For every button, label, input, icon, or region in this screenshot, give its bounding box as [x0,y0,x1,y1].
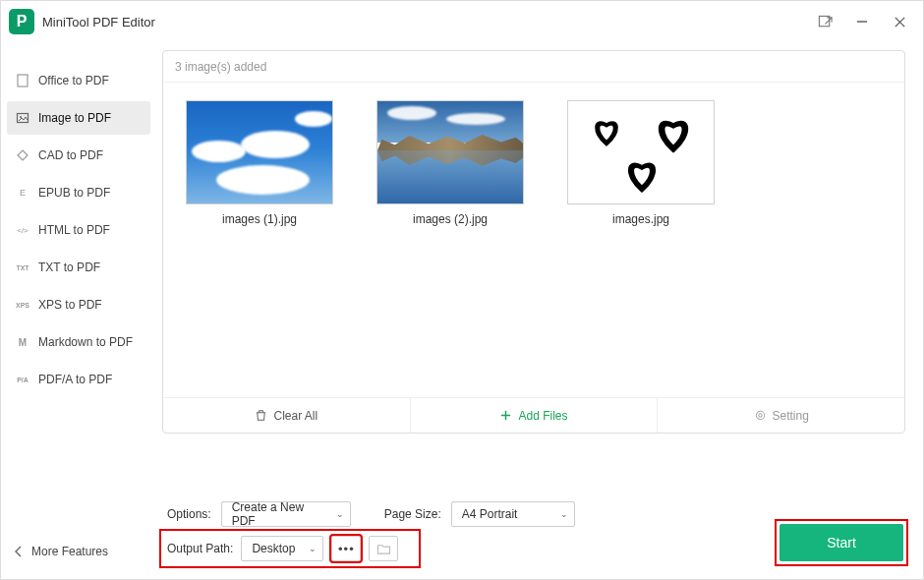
sidebar-item-label: Office to PDF [38,74,109,87]
file-name: images (2).jpg [372,212,529,226]
sidebar-item-label: XPS to PDF [38,298,102,312]
file-item[interactable]: images.jpg [562,100,720,379]
svg-rect-4 [18,75,28,87]
chevron-down-icon: ⌄ [336,509,344,519]
file-panel: 3 image(s) added images (1).jpg [162,50,905,434]
output-path-label: Output Path: [167,542,233,555]
setting-button[interactable]: Setting [658,398,904,433]
markdown-icon: M [15,334,30,350]
file-thumbnail [376,100,524,204]
clear-all-button[interactable]: Clear All [163,398,411,433]
options-select[interactable]: Create a New PDF ⌄ [221,501,351,527]
more-features-link[interactable]: More Features [14,545,108,558]
plus-icon [499,409,512,422]
sidebar-item-xps[interactable]: XPS XPS to PDF [7,288,150,321]
sidebar-item-label: Markdown to PDF [38,335,133,349]
page-size-value: A4 Portrait [462,507,552,521]
svg-point-10 [758,414,761,417]
epub-icon: E [15,185,30,201]
thumbnail-grid: images (1).jpg images (2).jpg [163,83,904,397]
browse-path-button[interactable]: ••• [331,536,361,561]
app-logo: P [9,9,34,34]
output-path-select[interactable]: Desktop ⌄ [241,536,323,561]
sidebar-item-image[interactable]: Image to PDF [7,101,150,135]
file-thumbnail [186,100,333,204]
start-label: Start [827,535,856,551]
image-icon [15,110,30,126]
sidebar-item-label: HTML to PDF [38,223,110,237]
html-icon: </> [15,222,30,238]
open-external-icon[interactable] [817,14,833,29]
chevron-left-icon [14,546,24,557]
file-name: images.jpg [562,212,720,226]
sidebar-item-label: Image to PDF [38,111,111,125]
file-item[interactable]: images (2).jpg [372,100,529,379]
sidebar-item-markdown[interactable]: M Markdown to PDF [7,325,150,359]
office-icon [15,73,30,88]
sidebar-item-label: PDF/A to PDF [38,373,112,386]
more-icon: ••• [338,543,355,555]
file-name: images (1).jpg [181,212,338,226]
svg-point-9 [756,411,764,419]
trash-icon [255,409,267,422]
sidebar-item-txt[interactable]: TXT TXT to PDF [7,251,150,284]
options-value: Create a New PDF [232,500,328,528]
options-label: Options: [167,507,211,521]
app-title: MiniTool PDF Editor [42,15,817,29]
add-files-label: Add Files [518,409,567,423]
chevron-down-icon: ⌄ [560,509,568,519]
sidebar-item-label: EPUB to PDF [38,186,110,200]
output-path-group: Output Path: Desktop ⌄ ••• [161,531,419,566]
add-files-button[interactable]: Add Files [411,398,659,433]
close-icon[interactable] [892,14,907,29]
xps-icon: XPS [15,297,30,313]
file-item[interactable]: images (1).jpg [181,100,338,379]
sidebar-item-office[interactable]: Office to PDF [7,64,150,97]
pdfa-icon: P/A [15,372,30,387]
start-button[interactable]: Start [780,524,903,561]
panel-summary: 3 image(s) added [163,51,904,83]
gear-icon [754,409,767,422]
sidebar-item-epub[interactable]: E EPUB to PDF [7,176,150,209]
txt-icon: TXT [15,260,30,275]
output-path-value: Desktop [252,542,301,555]
sidebar-item-label: TXT to PDF [38,261,100,274]
sidebar-item-cad[interactable]: CAD to PDF [7,139,150,172]
page-size-label: Page Size: [384,507,441,521]
open-folder-button[interactable] [369,536,398,561]
folder-icon [376,543,391,555]
sidebar-item-html[interactable]: </> HTML to PDF [7,213,150,247]
file-thumbnail [567,100,715,204]
cad-icon [15,147,30,163]
sidebar-item-label: CAD to PDF [38,148,103,162]
sidebar: Office to PDF Image to PDF CAD to PDF E … [1,42,156,524]
more-features-label: More Features [31,545,108,558]
sidebar-item-pdfa[interactable]: P/A PDF/A to PDF [7,363,150,396]
chevron-down-icon: ⌄ [309,544,317,553]
clear-all-label: Clear All [273,409,318,423]
minimize-icon[interactable] [854,14,870,29]
setting-label: Setting [773,409,809,423]
titlebar: P MiniTool PDF Editor [1,1,923,42]
page-size-select[interactable]: A4 Portrait ⌄ [451,501,575,527]
